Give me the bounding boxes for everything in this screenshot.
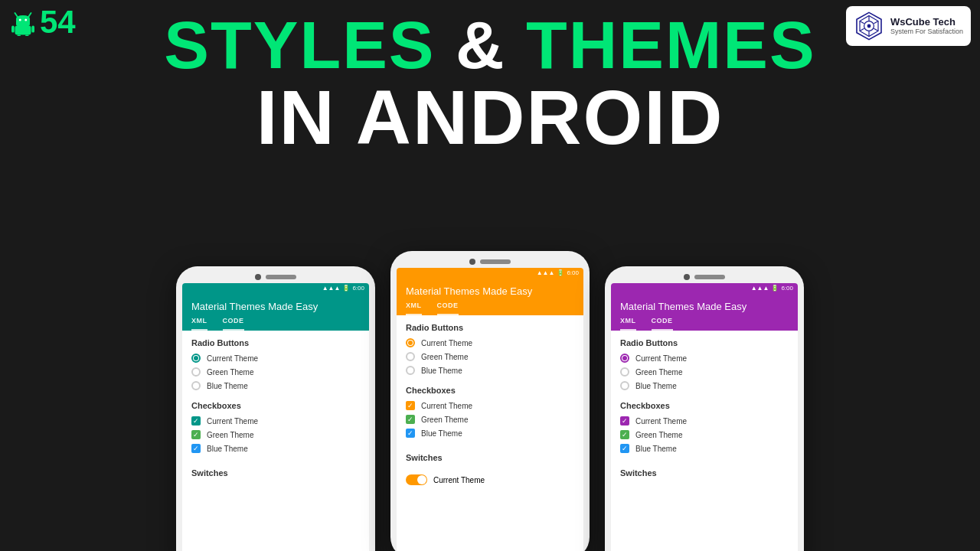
- switch-row: Current Theme: [406, 468, 574, 491]
- svg-rect-7: [18, 35, 21, 37]
- speaker-icon: [480, 259, 511, 264]
- checkbox-item: ✓ Green Theme: [406, 415, 574, 424]
- radio-circle[interactable]: [620, 381, 629, 390]
- tab-xml[interactable]: XML: [191, 317, 207, 331]
- radio-circle[interactable]: [406, 352, 415, 361]
- checkbox[interactable]: ✓: [191, 444, 201, 453]
- checkbox-item: ✓ Blue Theme: [191, 444, 360, 453]
- phone-screen-teal: ▲▲▲ 🔋 6:00 Material Themes Made Easy XML…: [182, 283, 369, 551]
- app-bar-purple: Material Themes Made Easy XML CODE: [611, 293, 798, 331]
- switches-section-title: Switches: [191, 464, 360, 478]
- checkbox[interactable]: ✓: [406, 429, 415, 438]
- checkbox[interactable]: ✓: [620, 430, 629, 439]
- checkbox-section-title: Checkboxes: [620, 401, 789, 410]
- checkbox[interactable]: ✓: [620, 444, 629, 453]
- phone-top-bar: [397, 259, 583, 265]
- tab-xml[interactable]: XML: [406, 302, 422, 315]
- svg-rect-4: [15, 26, 31, 35]
- svg-rect-6: [31, 26, 34, 33]
- tab-bar: XML CODE: [406, 302, 574, 315]
- radio-section-title: Radio Buttons: [406, 323, 574, 332]
- phone-orange: ▲▲▲ 🔋 6:00 Material Themes Made Easy XML…: [390, 251, 590, 551]
- radio-circle[interactable]: [406, 366, 415, 375]
- phone-top-bar: [182, 274, 369, 280]
- app-bar-orange: Material Themes Made Easy XML CODE: [397, 278, 583, 315]
- checkbox[interactable]: ✓: [406, 415, 415, 424]
- status-bar: ▲▲▲ 🔋 6:00: [397, 268, 583, 278]
- switches-section-title: Switches: [620, 464, 789, 478]
- checkbox-item: ✓ Current Theme: [191, 416, 360, 425]
- status-bar: ▲▲▲ 🔋 6:00: [182, 283, 369, 293]
- checkbox-item: ✓ Green Theme: [620, 430, 789, 439]
- episode-number: 54: [40, 6, 76, 38]
- checkbox-section-title: Checkboxes: [406, 386, 574, 395]
- content-orange: Radio Buttons Current Theme Green Theme …: [397, 315, 583, 499]
- app-title: Material Themes Made Easy: [406, 285, 574, 297]
- svg-rect-5: [11, 26, 15, 33]
- radio-item: Current Theme: [191, 354, 360, 363]
- speaker-icon: [266, 275, 296, 279]
- svg-point-2: [19, 19, 21, 21]
- phone-top-bar: [611, 274, 798, 280]
- app-bar-teal: Material Themes Made Easy XML CODE: [182, 293, 369, 331]
- tab-code[interactable]: CODE: [652, 317, 673, 331]
- checkbox-item: ✓ Blue Theme: [620, 444, 789, 453]
- checkbox[interactable]: ✓: [620, 416, 629, 425]
- radio-item: Current Theme: [406, 338, 574, 347]
- top-bar: 54: [0, 0, 980, 44]
- phone-teal: ▲▲▲ 🔋 6:00 Material Themes Made Easy XML…: [176, 266, 375, 551]
- checkbox-item: ✓ Current Theme: [406, 401, 574, 410]
- checkbox[interactable]: ✓: [191, 416, 201, 425]
- content-teal: Radio Buttons Current Theme Green Theme …: [182, 331, 369, 491]
- android-icon: [9, 8, 37, 36]
- checkbox-item: ✓ Current Theme: [620, 416, 789, 425]
- app-header-orange: ▲▲▲ 🔋 6:00 Material Themes Made Easy XML…: [397, 268, 583, 315]
- phone-screen-purple: ▲▲▲ 🔋 6:00 Material Themes Made Easy XML…: [611, 283, 798, 551]
- radio-item: Green Theme: [406, 352, 574, 361]
- radio-circle[interactable]: [191, 381, 201, 390]
- svg-point-3: [24, 19, 27, 21]
- checkbox[interactable]: ✓: [406, 401, 415, 410]
- tab-code[interactable]: CODE: [437, 302, 459, 315]
- checkbox-section-title: Checkboxes: [191, 401, 360, 410]
- camera-icon: [684, 274, 690, 280]
- radio-circle-selected[interactable]: [406, 338, 415, 347]
- svg-rect-8: [25, 35, 29, 37]
- speaker-icon: [694, 275, 725, 279]
- radio-circle-selected[interactable]: [191, 354, 201, 363]
- phone-screen-orange: ▲▲▲ 🔋 6:00 Material Themes Made Easy XML…: [397, 268, 583, 551]
- tab-bar: XML CODE: [620, 317, 789, 331]
- svg-line-1: [29, 13, 31, 17]
- camera-icon: [255, 274, 261, 280]
- radio-section-title: Radio Buttons: [191, 338, 360, 347]
- checkbox-item: ✓ Green Theme: [191, 430, 360, 439]
- phones-container: ▲▲▲ 🔋 6:00 Material Themes Made Easy XML…: [0, 251, 980, 551]
- svg-line-0: [15, 13, 18, 17]
- radio-circle[interactable]: [620, 367, 629, 377]
- tab-xml[interactable]: XML: [620, 317, 636, 331]
- content-purple: Radio Buttons Current Theme Green Theme …: [611, 331, 798, 491]
- radio-item: Blue Theme: [406, 366, 574, 375]
- switches-section-title: Switches: [406, 448, 574, 462]
- tab-bar: XML CODE: [191, 317, 360, 331]
- tab-code[interactable]: CODE: [223, 317, 244, 331]
- radio-item: Current Theme: [620, 354, 789, 363]
- title-line2: IN ANDROID: [0, 79, 980, 155]
- checkbox[interactable]: ✓: [191, 430, 201, 439]
- radio-section-title: Radio Buttons: [620, 338, 789, 347]
- checkbox-item: ✓ Blue Theme: [406, 429, 574, 438]
- camera-icon: [469, 259, 475, 265]
- radio-circle[interactable]: [191, 367, 201, 377]
- switch-toggle[interactable]: [406, 474, 427, 485]
- radio-item: Green Theme: [191, 367, 360, 377]
- app-title: Material Themes Made Easy: [620, 301, 789, 312]
- app-header-teal: ▲▲▲ 🔋 6:00 Material Themes Made Easy XML…: [182, 283, 369, 331]
- app-title: Material Themes Made Easy: [191, 301, 360, 312]
- radio-item: Green Theme: [620, 367, 789, 377]
- radio-circle-selected[interactable]: [620, 354, 629, 363]
- android-badge: 54: [9, 6, 76, 38]
- app-header-purple: ▲▲▲ 🔋 6:00 Material Themes Made Easy XML…: [611, 283, 798, 331]
- radio-item: Blue Theme: [191, 381, 360, 390]
- status-bar: ▲▲▲ 🔋 6:00: [611, 283, 798, 293]
- radio-item: Blue Theme: [620, 381, 789, 390]
